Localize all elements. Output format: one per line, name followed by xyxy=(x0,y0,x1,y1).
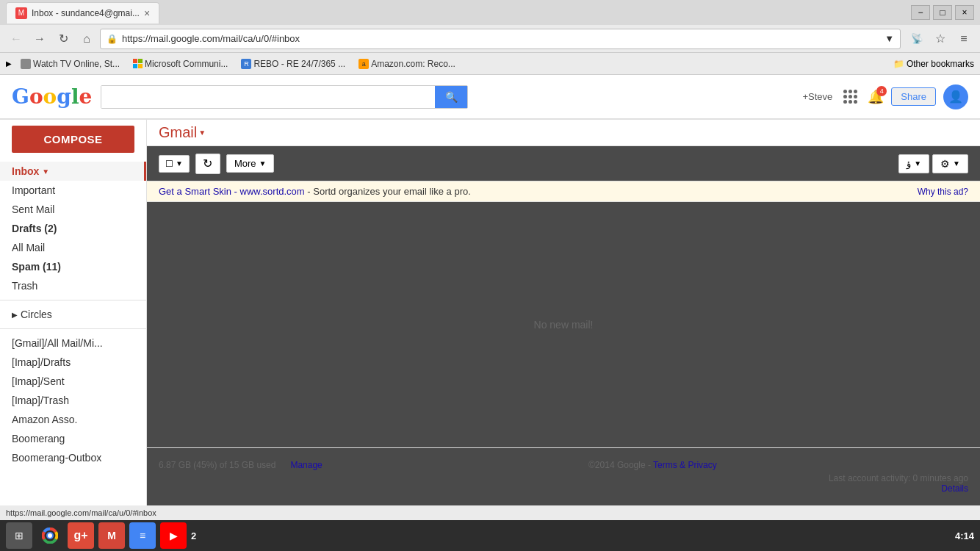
sidebar-item-circles[interactable]: ▶ Circles xyxy=(0,305,146,324)
bookmarks-bar: ▶ Watch TV Online, St... Microsoft Commu… xyxy=(0,53,980,75)
sidebar-item-amazon[interactable]: Amazon Asso. xyxy=(0,410,146,429)
bookmark-label-ms: Microsoft Communi... xyxy=(145,59,228,69)
toolbar-right: ؤ ▼ ⚙ ▼ xyxy=(898,154,968,173)
sidebar-item-drafts[interactable]: Drafts (2) xyxy=(0,219,146,238)
start-button[interactable]: ⊞ xyxy=(6,522,32,549)
bookmark-item-amazon[interactable]: a Amazon.com: Reco... xyxy=(354,57,460,71)
nav-items-list: Inbox ▼ Important Sent Mail Drafts (2) A… xyxy=(0,162,146,467)
tab-close-button[interactable]: × xyxy=(144,7,150,19)
minimize-button[interactable]: − xyxy=(911,5,930,20)
taskbar: ⊞ g+ M ≡ ▶ 2 4:14 xyxy=(0,520,980,551)
sidebar-item-label-trash: Trash xyxy=(12,280,37,292)
start-icon: ⊞ xyxy=(15,530,24,541)
details-link[interactable]: Details xyxy=(941,483,968,494)
youtube-icon: ▶ xyxy=(170,530,178,541)
checkbox-dropdown-icon: ▼ xyxy=(176,159,183,168)
refresh-icon: ↻ xyxy=(203,156,212,170)
sidebar-item-important[interactable]: Important xyxy=(0,181,146,200)
sidebar-item-label-inbox: Inbox xyxy=(12,165,39,177)
sidebar-item-boomerang-outbox[interactable]: Boomerang-Outbox xyxy=(0,448,146,467)
cast-icon[interactable]: 📡 xyxy=(907,29,927,49)
sidebar-item-label-important: Important xyxy=(12,184,55,196)
close-button[interactable]: × xyxy=(955,5,974,20)
last-activity-text: Last account activity: 0 minutes ago xyxy=(829,473,968,483)
active-tab[interactable]: M Inbox - sundance4@gmai... × xyxy=(6,2,159,24)
gmail-main-panel: Gmail ▼ ☐ ▼ ↻ More ▼ xyxy=(147,120,980,505)
notifications-button[interactable]: 🔔 4 xyxy=(868,89,884,105)
bookmark-item-ms[interactable]: Microsoft Communi... xyxy=(129,57,232,71)
sidebar-item-trash[interactable]: Trash xyxy=(0,276,146,295)
docs-button[interactable]: ≡ xyxy=(129,522,156,549)
sort-dropdown-icon: ▼ xyxy=(914,159,921,168)
youtube-button[interactable]: ▶ xyxy=(160,522,187,549)
title-bar: M Inbox - sundance4@gmai... × − □ × xyxy=(0,0,980,25)
terms-link[interactable]: Terms & Privacy xyxy=(653,460,717,470)
sort-button[interactable]: ؤ ▼ xyxy=(898,154,929,173)
circles-arrow-icon: ▶ xyxy=(12,311,18,319)
bookmark-label-amazon: Amazon.com: Reco... xyxy=(371,59,455,69)
google-search-button[interactable]: 🔍 xyxy=(435,86,467,108)
refresh-button[interactable]: ↻ xyxy=(195,154,220,174)
tab-favicon: M xyxy=(15,7,27,19)
gmail-dropdown-icon[interactable]: ▼ xyxy=(198,129,206,137)
settings-button[interactable]: ⚙ ▼ xyxy=(932,154,968,173)
sidebar: COMPOSE Inbox ▼ Important Sent Mail Draf… xyxy=(0,120,147,505)
home-button[interactable]: ⌂ xyxy=(76,29,97,49)
gmail-footer: 6.87 GB (45%) of 15 GB used Manage ©2014… xyxy=(147,447,980,505)
logo-o2: o xyxy=(43,84,57,109)
sidebar-item-imap-drafts[interactable]: [Imap]/Drafts xyxy=(0,353,146,372)
bookmark-favicon-tv xyxy=(21,59,31,69)
storage-text: 6.87 GB (45%) of 15 GB used xyxy=(159,460,275,470)
gear-icon: ⚙ xyxy=(940,158,950,170)
apps-button[interactable] xyxy=(840,87,860,107)
svg-point-1 xyxy=(48,533,52,538)
footer-row2: Last account activity: 0 minutes ago Det… xyxy=(159,473,968,494)
sidebar-item-label-drafts: Drafts (2) xyxy=(12,223,57,234)
sidebar-item-inbox[interactable]: Inbox ▼ xyxy=(0,162,146,181)
google-search-input[interactable] xyxy=(101,86,435,108)
docs-icon: ≡ xyxy=(140,530,145,541)
sidebar-item-label-sent: Sent Mail xyxy=(12,204,54,215)
sidebar-item-label-amazon: Amazon Asso. xyxy=(12,414,78,425)
gmail-app-label[interactable]: Gmail xyxy=(159,124,197,141)
gmail-content-area: COMPOSE Inbox ▼ Important Sent Mail Draf… xyxy=(0,120,980,505)
bookmark-star-icon[interactable]: ☆ xyxy=(930,29,951,49)
share-button[interactable]: Share xyxy=(891,87,936,106)
sidebar-item-sent[interactable]: Sent Mail xyxy=(0,200,146,219)
sidebar-item-spam[interactable]: Spam (11) xyxy=(0,257,146,276)
checkbox-icon: ☐ xyxy=(165,159,173,169)
back-button[interactable]: ← xyxy=(6,29,26,49)
sidebar-item-imap-sent[interactable]: [Imap]/Sent xyxy=(0,372,146,391)
reload-button[interactable]: ↻ xyxy=(53,29,73,49)
settings-dropdown-icon: ▼ xyxy=(953,159,960,168)
ad-description: - Sortd organizes your email like a pro. xyxy=(307,186,471,197)
bookmark-favicon-rebo: R xyxy=(241,59,251,69)
address-bar[interactable]: 🔒 https://mail.google.com/mail/ca/u/0/#i… xyxy=(100,29,901,49)
menu-icon[interactable]: ≡ xyxy=(954,29,974,49)
dropdown-arrow-icon: ▼ xyxy=(42,168,49,176)
more-button[interactable]: More ▼ xyxy=(226,154,275,173)
sidebar-item-all-mail[interactable]: All Mail xyxy=(0,238,146,257)
sidebar-item-label-gmail-all: [Gmail]/All Mail/Mi... xyxy=(12,337,103,349)
logo-g: G xyxy=(12,84,29,109)
bookmark-label-rebo: REBO - RE 24/7/365 ... xyxy=(253,59,345,69)
why-this-ad[interactable]: Why this ad? xyxy=(918,187,968,197)
sidebar-item-boomerang[interactable]: Boomerang xyxy=(0,429,146,448)
plus-steve[interactable]: +Steve xyxy=(802,91,832,102)
other-bookmarks[interactable]: 📁 Other bookmarks xyxy=(893,59,974,69)
maximize-button[interactable]: □ xyxy=(933,5,952,20)
manage-link[interactable]: Manage xyxy=(290,460,322,470)
bookmark-item-tv[interactable]: Watch TV Online, St... xyxy=(16,57,124,71)
google-search-box[interactable]: 🔍 xyxy=(101,85,468,109)
google-plus-button[interactable]: g+ xyxy=(68,522,94,549)
chrome-button[interactable] xyxy=(37,522,63,549)
compose-button[interactable]: COMPOSE xyxy=(12,126,134,153)
gmail-taskbar-button[interactable]: M xyxy=(98,522,125,549)
ad-link[interactable]: Get a Smart Skin - www.sortd.com xyxy=(159,186,305,197)
sidebar-item-gmail-all[interactable]: [Gmail]/All Mail/Mi... xyxy=(0,334,146,353)
sidebar-item-imap-trash[interactable]: [Imap]/Trash xyxy=(0,391,146,410)
bookmark-item-rebo[interactable]: R REBO - RE 24/7/365 ... xyxy=(237,57,350,71)
forward-button[interactable]: → xyxy=(29,29,50,49)
avatar[interactable]: 👤 xyxy=(943,84,968,109)
select-all-checkbox[interactable]: ☐ ▼ xyxy=(159,155,190,173)
